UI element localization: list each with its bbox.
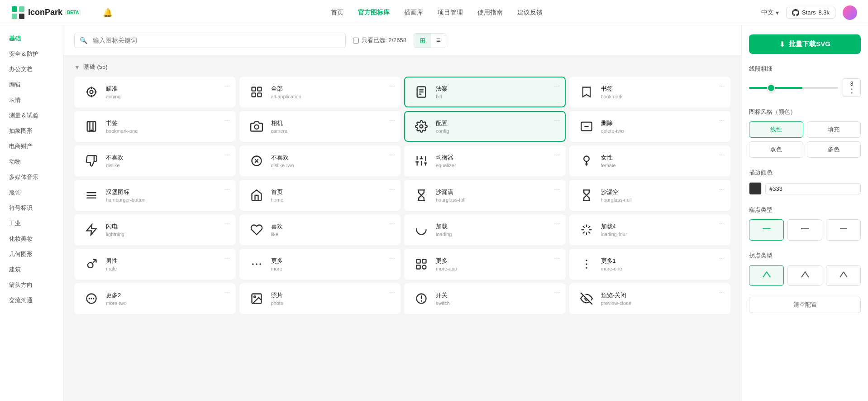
more-icon[interactable]: ···: [719, 220, 725, 228]
icon-card-delete-two[interactable]: 删除 delete-two ···: [569, 111, 731, 142]
icon-card-bill[interactable]: 法案 bill ···: [404, 77, 566, 107]
icon-card-loading[interactable]: 加载 loading ···: [404, 214, 566, 245]
more-icon[interactable]: ···: [719, 254, 725, 262]
more-icon[interactable]: ···: [554, 82, 560, 90]
sidebar-item-geometry[interactable]: 几何图形: [0, 246, 63, 262]
user-avatar[interactable]: [843, 5, 857, 20]
list-view-button[interactable]: ≡: [431, 34, 446, 48]
icon-card-like[interactable]: 喜欢 like ···: [239, 214, 401, 245]
icon-card-more-two[interactable]: 更多2 more-two ···: [74, 283, 236, 314]
nav-home[interactable]: 首页: [331, 9, 343, 17]
node-miter-button[interactable]: [787, 265, 822, 286]
icon-card-switch[interactable]: 开关 switch ···: [404, 283, 566, 314]
more-icon[interactable]: ···: [554, 254, 560, 262]
sidebar-item-animal[interactable]: 动物: [0, 154, 63, 169]
icon-card-dislike-two[interactable]: 不喜欢 dislike-two ···: [239, 145, 401, 176]
style-multi-button[interactable]: 多色: [807, 141, 861, 158]
search-input[interactable]: [74, 33, 346, 48]
endpoint-square-button[interactable]: [787, 219, 822, 241]
color-input[interactable]: [765, 183, 861, 194]
endpoint-round-button[interactable]: [749, 219, 784, 241]
bell-icon[interactable]: 🔔: [103, 8, 113, 18]
icon-card-lightning[interactable]: 闪电 lightning ···: [74, 214, 236, 245]
icon-card-male[interactable]: 男性 male ···: [74, 249, 236, 280]
more-icon[interactable]: ···: [554, 116, 560, 125]
icon-card-more-one[interactable]: 更多1 more-one ···: [569, 249, 731, 280]
icon-card-preview-close[interactable]: 预览-关闭 preview-close ···: [569, 283, 731, 314]
sidebar-item-security[interactable]: 安全＆防护: [0, 46, 63, 62]
more-icon[interactable]: ···: [389, 289, 395, 297]
more-icon[interactable]: ···: [224, 82, 230, 90]
icon-card-hourglass-full[interactable]: 沙漏满 hourglass-full ···: [404, 180, 566, 211]
sidebar-item-fashion[interactable]: 服饰: [0, 185, 63, 200]
filter-checkbox[interactable]: [353, 38, 359, 43]
more-icon[interactable]: ···: [719, 289, 725, 297]
nav-guide[interactable]: 使用指南: [477, 9, 503, 17]
nav-official[interactable]: 官方图标库: [358, 9, 390, 17]
more-icon[interactable]: ···: [389, 82, 395, 90]
more-icon[interactable]: ···: [224, 254, 230, 262]
icon-card-loading-four[interactable]: 加载4 loading-four ···: [569, 214, 731, 245]
icon-card-bookmark[interactable]: 书签 bookmark ···: [569, 77, 731, 107]
filter-checkbox-label[interactable]: 只看已选: 2/2658: [353, 36, 406, 44]
icon-card-config[interactable]: 配置 config ···: [404, 111, 566, 142]
grid-view-button[interactable]: ⊞: [414, 34, 431, 48]
stars-button[interactable]: Stars 8.3k: [786, 7, 835, 19]
more-icon[interactable]: ···: [389, 220, 395, 228]
sidebar-item-industry[interactable]: 工业: [0, 216, 63, 231]
stroke-slider[interactable]: [749, 87, 838, 89]
sidebar-item-ecommerce[interactable]: 电商财产: [0, 139, 63, 154]
style-linear-button[interactable]: 线性: [749, 121, 803, 138]
more-icon[interactable]: ···: [719, 185, 725, 193]
more-icon[interactable]: ···: [224, 151, 230, 159]
endpoint-butt-button[interactable]: [826, 219, 861, 241]
icon-card-camera[interactable]: 相机 camera ···: [239, 111, 401, 142]
sidebar-item-emoji[interactable]: 表情: [0, 92, 63, 108]
nav-illustration[interactable]: 插画库: [404, 9, 423, 17]
node-bevel-button[interactable]: [826, 265, 861, 286]
icon-card-equalizer[interactable]: 均衡器 equalizer ···: [404, 145, 566, 176]
collapse-icon[interactable]: ▼: [74, 64, 80, 71]
color-swatch[interactable]: [749, 182, 762, 195]
icon-card-all-application[interactable]: 全部 all-application ···: [239, 77, 401, 107]
icon-card-photo[interactable]: 照片 photo ···: [239, 283, 401, 314]
more-icon[interactable]: ···: [389, 254, 395, 262]
more-icon[interactable]: ···: [224, 289, 230, 297]
more-icon[interactable]: ···: [554, 185, 560, 193]
more-icon[interactable]: ···: [224, 116, 230, 125]
more-icon[interactable]: ···: [224, 220, 230, 228]
more-icon[interactable]: ···: [224, 185, 230, 193]
icon-card-female[interactable]: 女性 female ···: [569, 145, 731, 176]
style-fill-button[interactable]: 填充: [807, 121, 861, 138]
lang-selector[interactable]: 中文 ▾: [761, 9, 779, 17]
more-icon[interactable]: ···: [719, 82, 725, 90]
more-icon[interactable]: ···: [389, 185, 395, 193]
nav-feedback[interactable]: 建议反馈: [517, 9, 543, 17]
style-dual-button[interactable]: 双色: [749, 141, 803, 158]
logo[interactable]: IconPark BETA: [11, 5, 81, 20]
more-icon[interactable]: ···: [554, 151, 560, 159]
more-icon[interactable]: ···: [719, 116, 725, 125]
sidebar-item-measure[interactable]: 测量＆试验: [0, 108, 63, 123]
sidebar-item-basic[interactable]: 基础: [0, 31, 63, 46]
sidebar-item-beauty[interactable]: 化妆美妆: [0, 231, 63, 246]
sidebar-item-architecture[interactable]: 建筑: [0, 262, 63, 277]
sidebar-item-media[interactable]: 多媒体音乐: [0, 169, 63, 185]
icon-card-bookmark-one[interactable]: 书签 bookmark-one ···: [74, 111, 236, 142]
reset-config-button[interactable]: 清空配置: [749, 297, 861, 313]
more-icon[interactable]: ···: [719, 151, 725, 159]
sidebar-item-office[interactable]: 办公文档: [0, 62, 63, 77]
icon-card-more[interactable]: 更多 more ···: [239, 249, 401, 280]
more-icon[interactable]: ···: [389, 151, 395, 159]
sidebar-item-symbol[interactable]: 符号标识: [0, 200, 63, 216]
more-icon[interactable]: ···: [554, 220, 560, 228]
sidebar-item-abstract[interactable]: 抽象图形: [0, 123, 63, 139]
icon-card-hamburger[interactable]: 汉堡图标 hamburger-button ···: [74, 180, 236, 211]
sidebar-item-edit[interactable]: 编辑: [0, 77, 63, 92]
more-icon[interactable]: ···: [389, 116, 395, 125]
nav-project[interactable]: 项目管理: [438, 9, 463, 17]
node-round-button[interactable]: [749, 265, 784, 286]
more-icon[interactable]: ···: [554, 289, 560, 297]
icon-card-home[interactable]: 首页 home ···: [239, 180, 401, 211]
icon-card-more-app[interactable]: 更多 more-app ···: [404, 249, 566, 280]
